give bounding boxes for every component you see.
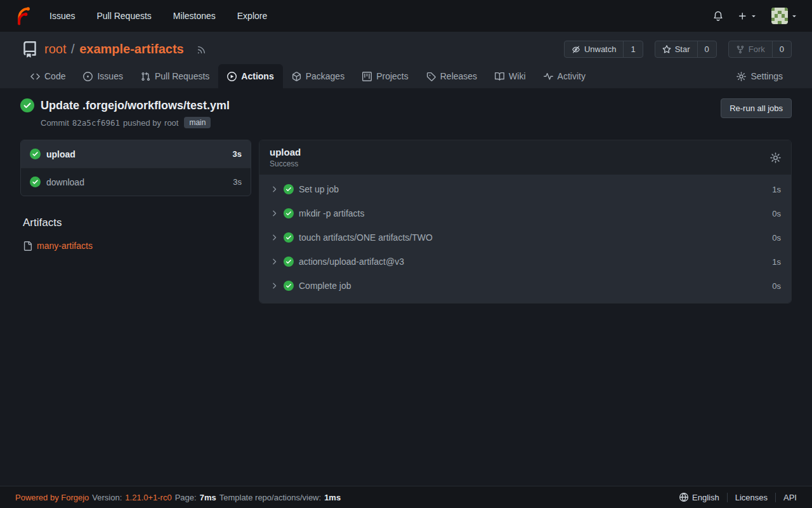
repo-header: root / example-artifacts bbox=[0, 32, 812, 88]
code-icon bbox=[30, 72, 40, 81]
step-name: touch artifacts/ONE artifacts/TWO bbox=[299, 232, 433, 243]
nav-link-issues[interactable]: Issues bbox=[49, 11, 75, 21]
tab-pull-requests[interactable]: Pull Requests bbox=[132, 64, 218, 88]
run-success-icon bbox=[20, 98, 34, 112]
package-icon bbox=[292, 72, 301, 81]
job-steps-list: Set up job 1s mkdir -p artifacts 0s touc… bbox=[259, 175, 791, 303]
notifications-bell-icon[interactable] bbox=[712, 10, 724, 22]
issue-icon bbox=[83, 72, 93, 81]
powered-by-link[interactable]: Powered by Forgejo bbox=[15, 493, 89, 502]
repo-tabs: Code Issues Pull Requests Actions Packag… bbox=[22, 64, 792, 88]
step-success-icon bbox=[284, 257, 294, 267]
step-row-setup[interactable]: Set up job 1s bbox=[259, 177, 791, 201]
nav-link-milestones[interactable]: Milestones bbox=[173, 11, 216, 21]
tab-label: Pull Requests bbox=[155, 71, 209, 81]
fork-count[interactable]: 0 bbox=[772, 41, 791, 57]
star-label: Star bbox=[675, 44, 690, 54]
tab-label: Releases bbox=[440, 71, 477, 81]
step-name: mkdir -p artifacts bbox=[299, 208, 364, 218]
repo-action-buttons: Unwatch 1 Star 0 Fork 0 bbox=[564, 41, 792, 58]
api-link[interactable]: API bbox=[775, 493, 797, 502]
artifact-item: many-artifacts bbox=[23, 241, 251, 251]
chevron-right-icon bbox=[270, 281, 278, 290]
step-duration: 1s bbox=[772, 257, 781, 267]
page-label: Page: bbox=[175, 493, 197, 502]
version-link[interactable]: 1.21.0+1-rc0 bbox=[125, 493, 171, 502]
footer: Powered by Forgejo Version: 1.21.0+1-rc0… bbox=[0, 486, 812, 508]
pulse-icon bbox=[544, 72, 553, 81]
star-count[interactable]: 0 bbox=[697, 41, 716, 57]
navbar-right bbox=[712, 8, 798, 24]
tab-packages[interactable]: Packages bbox=[283, 64, 353, 88]
unwatch-button[interactable]: Unwatch 1 bbox=[564, 41, 643, 58]
artifact-download-link[interactable]: many-artifacts bbox=[37, 241, 93, 251]
fork-button[interactable]: Fork 0 bbox=[728, 41, 792, 58]
language-selector[interactable]: English bbox=[672, 493, 727, 502]
book-icon bbox=[495, 72, 504, 81]
rss-icon[interactable] bbox=[197, 42, 206, 57]
chevron-right-icon bbox=[270, 233, 278, 242]
forgejo-logo-icon[interactable] bbox=[14, 6, 33, 25]
tab-label: Activity bbox=[558, 71, 586, 81]
tab-label: Projects bbox=[376, 71, 409, 81]
watch-count[interactable]: 1 bbox=[623, 41, 642, 57]
step-row-touch[interactable]: touch artifacts/ONE artifacts/TWO 0s bbox=[259, 225, 791, 250]
nav-link-pull-requests[interactable]: Pull Requests bbox=[96, 11, 151, 21]
job-row-upload[interactable]: upload 3s bbox=[21, 140, 251, 168]
job-row-download[interactable]: download 3s bbox=[21, 168, 251, 196]
pushed-by-label: pushed by bbox=[123, 118, 161, 128]
tab-label: Packages bbox=[306, 71, 344, 81]
step-row-complete[interactable]: Complete job 0s bbox=[259, 274, 791, 298]
pusher-link[interactable]: root bbox=[164, 118, 178, 128]
fork-icon bbox=[736, 45, 745, 54]
step-duration: 1s bbox=[772, 185, 781, 194]
job-detail-header: upload Success bbox=[259, 140, 791, 175]
tab-settings[interactable]: Settings bbox=[728, 64, 792, 88]
job-options-gear-icon[interactable] bbox=[770, 152, 781, 163]
step-name: Set up job bbox=[299, 184, 339, 194]
star-button[interactable]: Star 0 bbox=[655, 41, 717, 58]
job-duration: 3s bbox=[233, 149, 242, 159]
page-time: 7ms bbox=[200, 493, 216, 502]
rerun-all-jobs-button[interactable]: Re-run all jobs bbox=[721, 98, 792, 118]
commit-sha-link[interactable]: 82a5cf6961 bbox=[72, 118, 120, 128]
tab-wiki[interactable]: Wiki bbox=[486, 64, 534, 88]
play-circle-icon bbox=[227, 72, 237, 81]
user-menu[interactable] bbox=[771, 8, 798, 24]
repo-name-link[interactable]: example-artifacts bbox=[79, 42, 184, 56]
tab-code[interactable]: Code bbox=[22, 64, 74, 88]
job-success-icon bbox=[30, 177, 41, 187]
plus-icon bbox=[738, 11, 747, 21]
gear-icon bbox=[737, 72, 746, 81]
step-name: Complete job bbox=[299, 281, 351, 291]
create-new-menu[interactable] bbox=[738, 11, 757, 21]
job-detail-panel: upload Success Set up job 1s bbox=[259, 140, 792, 304]
tab-releases[interactable]: Releases bbox=[417, 64, 486, 88]
tab-activity[interactable]: Activity bbox=[535, 64, 594, 88]
step-success-icon bbox=[284, 232, 294, 243]
nav-link-explore[interactable]: Explore bbox=[237, 11, 267, 21]
chevron-right-icon bbox=[270, 209, 278, 218]
chevron-right-icon bbox=[270, 257, 278, 266]
forgejo-app: Issues Pull Requests Milestones Explore bbox=[0, 0, 812, 508]
step-row-mkdir[interactable]: mkdir -p artifacts 0s bbox=[259, 201, 791, 225]
licenses-link[interactable]: Licenses bbox=[727, 493, 775, 502]
tab-projects[interactable]: Projects bbox=[353, 64, 417, 88]
project-icon bbox=[362, 72, 372, 81]
pull-request-icon bbox=[141, 72, 150, 81]
actions-run-view: Update .forgejo/workflows/test.yml Commi… bbox=[0, 88, 812, 486]
tab-actions[interactable]: Actions bbox=[218, 64, 282, 88]
language-label: English bbox=[692, 493, 719, 502]
commit-label: Commit bbox=[41, 118, 69, 128]
job-name: upload bbox=[46, 149, 75, 159]
branch-badge[interactable]: main bbox=[184, 117, 211, 128]
repo-title: root / example-artifacts bbox=[22, 41, 206, 58]
repo-owner-link[interactable]: root bbox=[44, 42, 66, 56]
globe-icon bbox=[679, 493, 688, 502]
tab-issues[interactable]: Issues bbox=[74, 64, 131, 88]
tab-label: Issues bbox=[97, 71, 122, 81]
template-time: 1ms bbox=[324, 493, 341, 502]
step-row-upload-artifact[interactable]: actions/upload-artifact@v3 1s bbox=[259, 250, 791, 274]
step-duration: 0s bbox=[772, 209, 781, 218]
tab-label: Settings bbox=[750, 71, 783, 81]
